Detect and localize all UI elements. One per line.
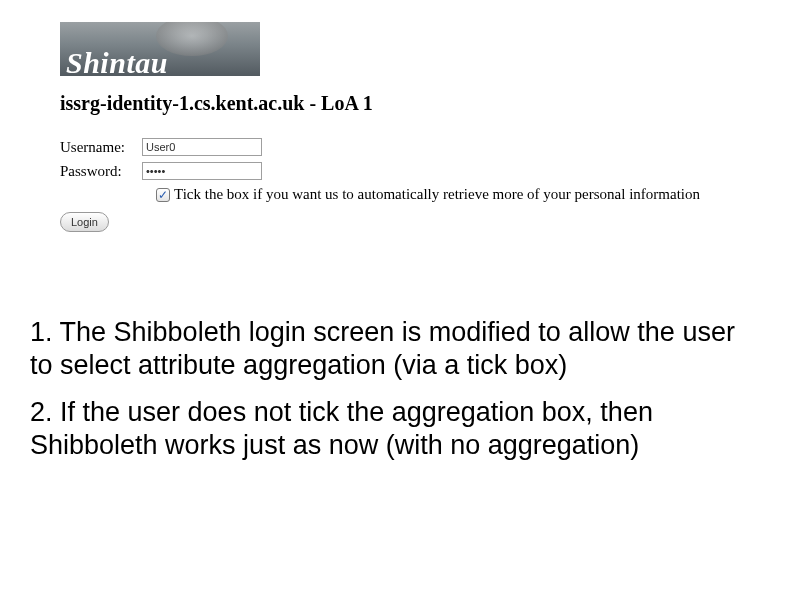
logo-text: Shintau (66, 46, 168, 76)
explanation-text: 1. The Shibboleth login screen is modifi… (30, 316, 750, 476)
paragraph-2: 2. If the user does not tick the aggrega… (30, 396, 750, 462)
login-button[interactable]: Login (60, 212, 109, 232)
aggregation-checkbox[interactable]: ✓ (156, 188, 170, 202)
password-label: Password: (60, 163, 142, 180)
password-input[interactable] (142, 162, 262, 180)
page-heading: issrg-identity-1.cs.kent.ac.uk - LoA 1 (60, 92, 373, 115)
username-label: Username: (60, 139, 142, 156)
aggregation-checkbox-row: ✓ Tick the box if you want us to automat… (156, 186, 700, 203)
password-row: Password: (60, 162, 262, 180)
username-row: Username: (60, 138, 262, 156)
paragraph-1: 1. The Shibboleth login screen is modifi… (30, 316, 750, 382)
aggregation-checkbox-label: Tick the box if you want us to automatic… (174, 186, 700, 203)
check-icon: ✓ (158, 189, 168, 201)
username-input[interactable] (142, 138, 262, 156)
login-form: Username: Password: (60, 138, 262, 186)
shintau-logo: Shintau (60, 22, 260, 76)
